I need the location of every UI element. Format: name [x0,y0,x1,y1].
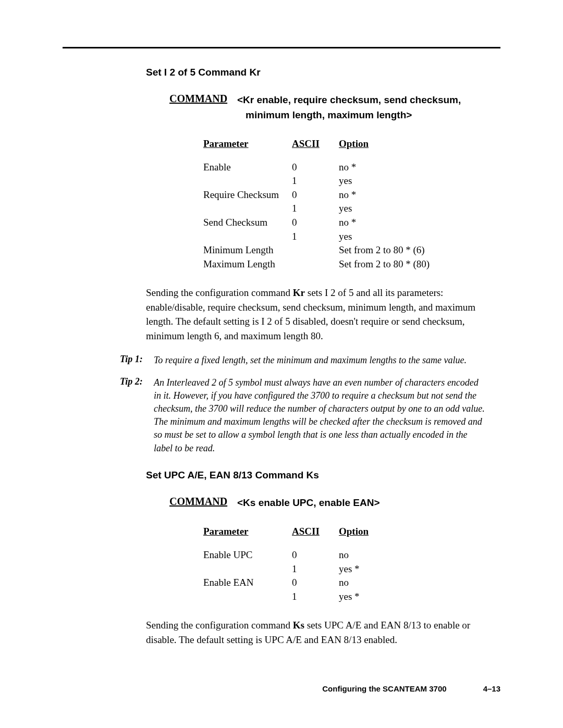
desc-bold: Ks [293,620,304,631]
desc-pre: Sending the configuration command [146,287,293,298]
section2-title: Set UPC A/E, EAN 8/13 Command Ks [146,470,485,481]
cell-ascii: 0 [292,188,339,202]
cell-ascii [292,243,339,257]
table-row: Enable UPC0no [203,548,485,562]
cell-param: Enable [203,161,292,175]
parameter-table-kr: Parameter ASCII Option Enable0no * 1yes … [203,137,485,271]
header-parameter: Parameter [203,137,292,151]
header-parameter: Parameter [203,525,292,539]
page: Set I 2 of 5 Command Kr COMMAND <Kr enab… [63,47,500,657]
cell-param: Enable EAN [203,576,292,590]
table-header: Parameter ASCII Option [203,525,485,539]
cmd-syntax-line2: minimum length, maximum length> [246,108,461,123]
command-row-ks: COMMAND <Ks enable UPC, enable EAN> [169,496,485,511]
header-ascii: ASCII [292,137,339,151]
cell-option: no [339,576,485,590]
cell-param [203,202,292,216]
table-row: Send Checksum0no * [203,216,485,230]
cell-ascii: 0 [292,576,339,590]
cell-option: yes [339,174,485,188]
cell-ascii: 0 [292,216,339,230]
section1-title: Set I 2 of 5 Command Kr [146,67,485,78]
cell-param [203,174,292,188]
cmd-syntax-line1: <Kr enable, require checksum, send check… [237,93,461,108]
cell-option: no * [339,188,485,202]
cell-option: yes [339,202,485,216]
cell-ascii [292,257,339,272]
footer-page-number: 4–13 [483,684,500,693]
cell-param: Require Checksum [203,188,292,202]
desc-pre: Sending the configuration command [146,620,293,631]
cell-option: yes * [339,562,485,576]
tip-block: Tip 2: An Interleaved 2 of 5 symbol must… [120,376,485,455]
table-row: 1yes [203,202,485,216]
parameter-table-ks: Parameter ASCII Option Enable UPC0no 1ye… [203,525,485,603]
header-option: Option [339,137,485,151]
table-row: 1yes [203,174,485,188]
cell-option: no * [339,161,485,175]
desc-bold: Kr [293,287,305,298]
table-row: 1yes * [203,562,485,576]
tip-text: An Interleaved 2 of 5 symbol must always… [154,376,485,455]
command-row-kr: COMMAND <Kr enable, require checksum, se… [169,93,485,122]
cell-param: Send Checksum [203,216,292,230]
table-row: Require Checksum0no * [203,188,485,202]
footer: Configuring the SCANTEAM 3700 4–13 [63,684,500,693]
cell-param [203,230,292,244]
section2-desc: Sending the configuration command Ks set… [146,618,485,647]
cell-param [203,590,292,604]
table-row: Minimum LengthSet from 2 to 80 * (6) [203,243,485,257]
cell-param: Enable UPC [203,548,292,562]
cell-option: no * [339,216,485,230]
header-rule [63,47,500,48]
cell-option: Set from 2 to 80 * (80) [339,257,485,272]
table-row: Maximum LengthSet from 2 to 80 * (80) [203,257,485,272]
cell-ascii: 0 [292,548,339,562]
tip-label: Tip 1: [120,354,154,367]
command-label: COMMAND [169,93,237,122]
cell-ascii: 0 [292,161,339,175]
tip-label: Tip 2: [120,376,154,455]
cell-ascii: 1 [292,590,339,604]
table-row: Enable0no * [203,161,485,175]
tip-block: Tip 1: To require a fixed length, set th… [120,354,485,367]
content-column: Set I 2 of 5 Command Kr COMMAND <Kr enab… [146,67,485,647]
cell-ascii: 1 [292,562,339,576]
footer-title: Configuring the SCANTEAM 3700 [322,684,446,693]
cell-param: Minimum Length [203,243,292,257]
header-ascii: ASCII [292,525,339,539]
command-label: COMMAND [169,496,237,511]
cell-option: Set from 2 to 80 * (6) [339,243,485,257]
cell-option: yes * [339,590,485,604]
table-row: 1yes * [203,590,485,604]
cell-param [203,562,292,576]
table-row: 1yes [203,230,485,244]
command-syntax: <Kr enable, require checksum, send check… [237,93,461,122]
cell-param: Maximum Length [203,257,292,272]
command-syntax: <Ks enable UPC, enable EAN> [237,496,380,511]
table-row: Enable EAN0no [203,576,485,590]
header-option: Option [339,525,485,539]
cell-ascii: 1 [292,230,339,244]
cell-option: yes [339,230,485,244]
section1-desc: Sending the configuration command Kr set… [146,286,485,343]
cell-option: no [339,548,485,562]
cell-ascii: 1 [292,202,339,216]
tip-text: To require a fixed length, set the minim… [154,354,485,367]
cell-ascii: 1 [292,174,339,188]
table-header: Parameter ASCII Option [203,137,485,151]
